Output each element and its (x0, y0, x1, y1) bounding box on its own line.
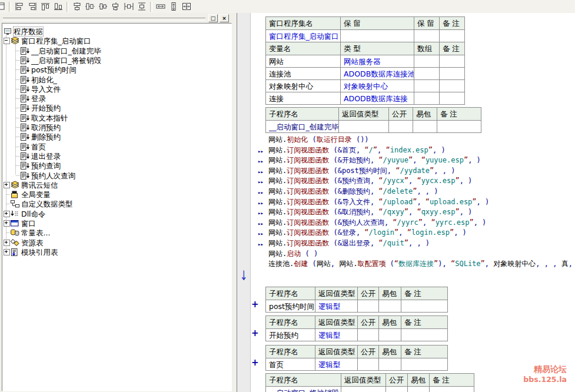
expand-box[interactable] (4, 211, 10, 217)
table-cell[interactable] (378, 328, 401, 341)
form-icon[interactable] (0, 1, 7, 12)
code-line[interactable]: 网站.初始化 (取运行目录 ()) (268, 135, 369, 144)
tree-item-首页[interactable]: 首页 (2, 142, 231, 152)
table-cell[interactable]: 逻辑型 (315, 358, 357, 370)
scroll-down-arrow-icon[interactable]: ↓ (240, 268, 248, 284)
tree-item-自定义数据类型[interactable]: 自定义数据类型 (2, 199, 231, 209)
table-cell[interactable] (378, 358, 401, 370)
table-cell[interactable] (429, 386, 474, 392)
expand-box[interactable] (4, 182, 10, 188)
table-cell[interactable]: ADODB数据库连接池 (340, 67, 414, 79)
table-cell[interactable] (407, 386, 429, 392)
table-cell[interactable] (437, 120, 481, 132)
code-fold-mark[interactable]: ▸▸ (258, 229, 263, 238)
code-line[interactable]: ▸▸网站.订阅视图函数 (&post预约时间, “/yydate”, , ) (268, 166, 455, 175)
table-cell[interactable] (401, 358, 447, 370)
table-cell[interactable]: 逻辑型 (315, 328, 357, 341)
table-cell[interactable]: 首页 (265, 358, 315, 370)
align-bottom-icon[interactable] (52, 1, 65, 12)
same-width-icon[interactable] (154, 1, 167, 12)
table-cell[interactable] (439, 67, 464, 79)
tree-item-导入文件[interactable]: 导入文件 (2, 84, 231, 94)
code-fold-mark[interactable]: ▸▸ (258, 219, 263, 228)
table-cell[interactable] (341, 386, 385, 392)
tree-item-模块引用表[interactable]: 模块引用表 (2, 247, 231, 257)
tree-item-开始预约[interactable]: 开始预约 (2, 103, 231, 113)
table-cell[interactable]: post预约时间 (265, 300, 315, 312)
table-cell[interactable] (385, 386, 407, 392)
table-cell[interactable]: 网站服务器 (340, 55, 414, 67)
expand-subroutine-icon[interactable]: + (251, 358, 259, 367)
code-line[interactable]: ▸▸网站.订阅视图函数 (&首页, “/”, “index.esp”, ) (268, 145, 446, 155)
tree-item-窗口[interactable]: 窗口 (2, 218, 231, 228)
equal-vertical-spacing-icon[interactable] (135, 1, 148, 12)
expand-box[interactable] (4, 240, 10, 246)
table-cell[interactable] (413, 120, 437, 132)
align-middle-vertical-icon[interactable] (109, 1, 122, 12)
expand-box[interactable] (4, 249, 10, 255)
code-fold-mark[interactable]: ▸▸ (258, 198, 263, 208)
table-cell[interactable] (340, 29, 414, 42)
tree-item-预约人次查询[interactable]: 预约人次查询 (2, 171, 231, 181)
table-cell[interactable]: 对象映射中心 (265, 79, 340, 92)
table-cell[interactable]: 连接池 (265, 67, 340, 79)
panel-close-button[interactable]: × (220, 14, 229, 22)
table-cell[interactable] (401, 300, 447, 312)
table-cell[interactable]: __启动窗口_将被销毁 (265, 386, 341, 392)
code-line[interactable]: ▸▸网站.订阅视图函数 (&登录, “/login”, “login.esp”,… (268, 228, 467, 237)
table-cell[interactable]: 开始预约 (265, 328, 315, 341)
tree-item-全局变量[interactable]: 全局变量 (2, 190, 231, 200)
tree-item-Dll命令[interactable]: Dll命令 (2, 209, 231, 219)
code-line[interactable]: ▸▸网站.订阅视图函数 (&取消预约, “/qxyy”, “qxyy.esp”,… (268, 207, 472, 217)
code-line[interactable]: ▸▸网站.订阅视图函数 (&开始预约, “/yuyue”, “yuyue.esp… (268, 155, 481, 165)
table-cell[interactable]: 逻辑型 (315, 300, 357, 312)
table-cell[interactable] (357, 328, 378, 341)
tree-item-资源表[interactable]: 资源表 (2, 238, 231, 248)
tree-item-初始化_[interactable]: 初始化_ (2, 75, 231, 85)
tree-item-常量表...[interactable]: 常量表... (2, 228, 231, 238)
tree-item-删除预约[interactable]: 删除预约 (2, 132, 231, 142)
same-height-icon[interactable] (167, 1, 180, 12)
tree-item-退出登录[interactable]: 退出登录 (2, 151, 231, 161)
collapse-box[interactable] (4, 38, 10, 44)
code-line[interactable]: 连接池.创建 (网站, 网站.取配置项 (“数据库连接”), “SQLite”,… (268, 259, 575, 268)
tree-item-post预约时间[interactable]: post预约时间 (2, 65, 231, 75)
table-cell[interactable] (401, 328, 447, 341)
table-cell[interactable] (414, 55, 439, 67)
table-cell[interactable] (357, 358, 378, 370)
table-cell[interactable] (414, 79, 439, 92)
table-cell[interactable] (414, 92, 439, 104)
table-cell[interactable] (439, 55, 464, 67)
align-top-icon[interactable] (39, 1, 52, 12)
tree-item-腾讯云短信[interactable]: 腾讯云短信 (2, 180, 231, 190)
tree-item-__启动窗口_创建完毕[interactable]: __启动窗口_创建完毕 (2, 46, 231, 56)
tree-item-程序数据[interactable]: 程序数据 (2, 26, 231, 36)
table-cell[interactable] (338, 120, 388, 132)
code-line[interactable]: 网站.启动 ( ) (268, 249, 318, 258)
tree-item-窗口程序集_启动窗口[interactable]: 窗口程序集_启动窗口 (2, 36, 231, 46)
code-line[interactable]: ▸▸网站.订阅视图函数 (&退出登录, “/quit”, , ) (268, 238, 430, 248)
align-left-icon[interactable] (13, 1, 26, 12)
expand-subroutine-icon[interactable]: + (251, 300, 259, 308)
expand-box[interactable] (4, 220, 10, 227)
panel-restore-button[interactable]: □ (208, 14, 218, 22)
panel-drag-grip[interactable] (3, 18, 205, 21)
code-fold-mark[interactable]: ▸▸ (258, 240, 263, 249)
code-fold-mark[interactable]: ▸▸ (258, 177, 263, 187)
align-middle-horizontal-icon[interactable] (97, 1, 109, 12)
tree-item-登录[interactable]: 登录 (2, 94, 231, 104)
code-line[interactable]: ▸▸网站.订阅视图函数 (&导入文件, “/upload”, “upload.e… (268, 197, 489, 207)
tree-item-__启动窗口_将被销毁[interactable]: __启动窗口_将被销毁 (2, 55, 231, 65)
table-cell[interactable] (439, 79, 464, 92)
code-line[interactable]: ▸▸网站.订阅视图函数 (&预约查询, “/yycx”, “yycx.esp”,… (268, 176, 472, 185)
table-cell[interactable]: __启动窗口_创建完毕 (265, 120, 338, 132)
code-fold-mark[interactable]: ▸▸ (258, 188, 263, 197)
code-fold-mark[interactable]: ▸▸ (258, 147, 263, 156)
table-cell[interactable] (378, 300, 401, 312)
table-cell[interactable]: 对象映射中心 (340, 79, 414, 92)
table-cell[interactable]: 连接 (265, 92, 340, 104)
center-vertical-icon[interactable] (84, 1, 97, 12)
tree-item-预约查询[interactable]: 预约查询 (2, 161, 231, 171)
code-fold-mark[interactable]: ▸▸ (258, 167, 263, 177)
table-cell[interactable] (357, 300, 378, 312)
